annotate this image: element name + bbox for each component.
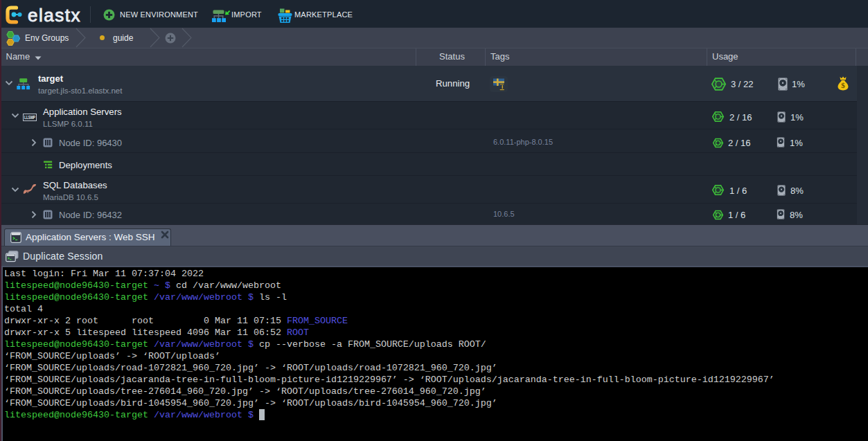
svg-text:$: $ — [841, 81, 845, 89]
svg-text:LLSMP: LLSMP — [24, 115, 35, 120]
